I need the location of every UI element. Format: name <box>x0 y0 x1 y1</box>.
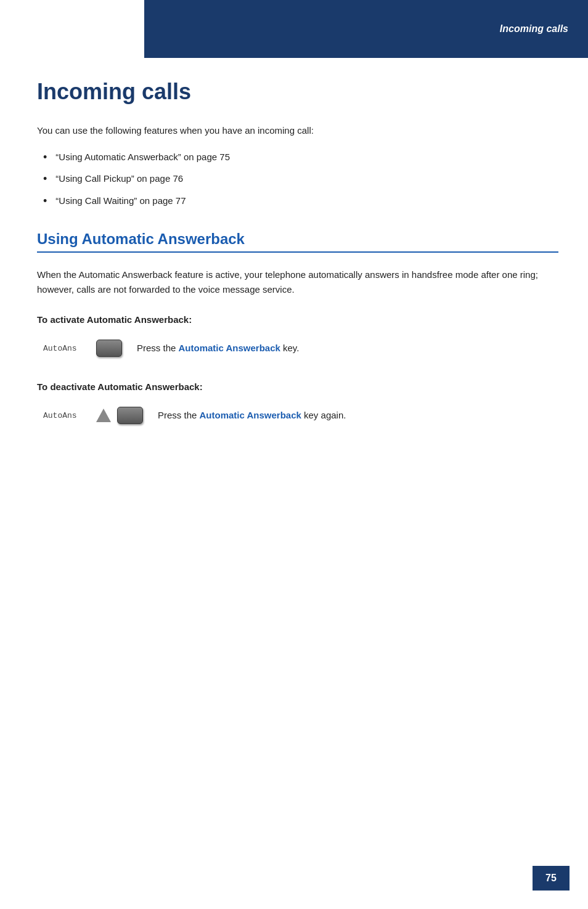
deactivate-key-row: AutoAns Press the Automatic Answerback k… <box>37 407 558 424</box>
list-item-text: “Using Automatic Answerback” on page 75 <box>55 150 230 165</box>
activate-instruction-prefix: Press the <box>137 343 179 353</box>
list-item: “Using Call Pickup” on page 76 <box>43 172 558 186</box>
list-item-text: “Using Call Pickup” on page 76 <box>55 172 183 186</box>
activate-key-row: AutoAns Press the Automatic Answerback k… <box>37 340 558 357</box>
deactivate-instruction-prefix: Press the <box>158 410 200 420</box>
indicator-icon <box>96 409 111 422</box>
header-title: Incoming calls <box>500 23 568 35</box>
deactivate-sub-heading: To deactivate Automatic Answerback: <box>37 381 558 392</box>
list-item: “Using Call Waiting” on page 77 <box>43 194 558 208</box>
section-description: When the Automatic Answerback feature is… <box>37 267 558 297</box>
activate-instruction-suffix: key. <box>280 343 300 353</box>
deactivate-key-button <box>117 407 143 424</box>
deactivate-instruction-suffix: key again. <box>301 410 346 420</box>
header-bar: Incoming calls <box>0 0 588 58</box>
header-right: Incoming calls <box>144 0 588 58</box>
intro-text: You can use the following features when … <box>37 123 558 138</box>
list-item: “Using Automatic Answerback” on page 75 <box>43 150 558 165</box>
deactivate-key-label: AutoAns <box>43 411 86 420</box>
activate-key-label: AutoAns <box>43 344 86 353</box>
page-number: 75 <box>533 866 570 891</box>
activate-sub-heading: To activate Automatic Answerback: <box>37 314 558 325</box>
main-content: Incoming calls You can use the following… <box>0 58 588 486</box>
list-item-text: “Using Call Waiting” on page 77 <box>55 194 186 208</box>
deactivate-instruction-bold: Automatic Answerback <box>200 410 301 420</box>
section-heading: Using Automatic Answerback <box>37 230 558 253</box>
activate-instruction: Press the Automatic Answerback key. <box>137 341 299 356</box>
page-title: Incoming calls <box>37 79 558 105</box>
activate-key-button <box>96 340 122 357</box>
bullet-list: “Using Automatic Answerback” on page 75 … <box>43 150 558 208</box>
deactivate-instruction: Press the Automatic Answerback key again… <box>158 409 346 423</box>
activate-instruction-bold: Automatic Answerback <box>179 343 280 353</box>
